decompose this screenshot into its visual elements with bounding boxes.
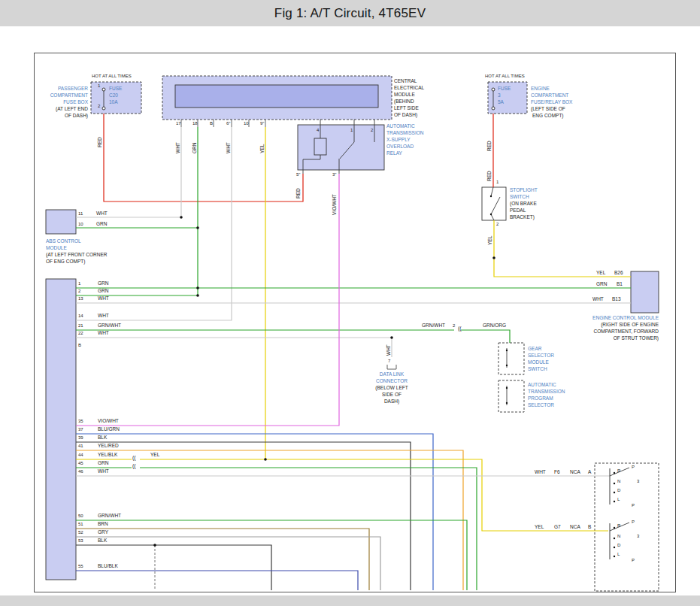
diagram-label: ABS CONTROL [46,239,81,244]
diagram-label: D [617,543,620,547]
diagram-label: BRN [98,522,108,527]
diagram-label: 52 [78,530,83,535]
diagram-label: GRN/WHT [98,323,121,329]
diagram-label: WHT [176,142,181,153]
diagram-label: 35 [78,419,83,423]
diagram-label: FUSE/RELAY BOX [531,100,572,105]
diagram-label: OF STRUT TOWER) [614,336,659,341]
diagram-label: P [632,558,635,562]
diagram-label: C20 [109,93,118,98]
diagram-label: RED [296,188,302,198]
diagram-label: SELECTOR [528,353,554,359]
diagram-label: ENG COMPT) [532,114,564,119]
diagram-label: GRN/ORG [483,323,506,329]
diagram-label: 1 [496,180,498,184]
diagram-label: (AT LEFT END [56,107,88,112]
diagram-label: BRACKET) [510,215,535,220]
diagram-label: RED [487,171,492,181]
diagram-label: YEL [260,144,265,153]
diagram-label: ENGINE [531,86,550,92]
diagram-label: DASH) [384,399,399,405]
diagram-label: (BEHIND [394,99,414,105]
diagram-label: GRN/WHT [98,514,121,519]
diagram-label: FUSE BOX [63,100,88,105]
diagram-label: D [617,488,620,492]
diagram-label: WHT [98,469,109,474]
diagram-label: 3" [332,172,336,177]
diagram-label: PEDAL [510,208,526,214]
diagram-label: BLK [98,538,107,544]
diagram-label: (AT LEFT FRONT CORNER [46,253,108,258]
diagram-label: 10 [78,222,83,226]
diagram-label: 13 [78,296,83,301]
diagram-label: NCA [570,525,580,530]
diagram-label: 2 [496,222,498,226]
diagram-label: YEL/RED [98,444,119,449]
diagram-canvas: HOT AT ALL TIMESPASSENGERCOMPARTMENTFUSE… [34,53,676,592]
diagram-label: B [78,343,81,347]
diagram-label: P [632,465,635,469]
diagram-label: WHT [592,297,604,302]
diagram-label: STOPLIGHT [510,188,538,193]
diagram-label: MODULE [394,92,415,98]
diagram-label: LEFT SIDE [394,106,419,111]
diagram-label: TRANSMISSION [528,389,565,395]
diagram-label: OF ENG COMPT) [46,259,85,265]
diagram-label: (( [132,463,136,468]
diagram-label: SWITCH [510,195,529,200]
diagram-label: 10 [244,121,249,126]
diagram-label: 41 [78,444,83,448]
diagram-label: B26 [614,271,623,276]
diagram-label: GRN [596,282,607,287]
diagram-label: B13 [612,297,621,302]
diagram-label: AUTOMATIC [386,124,415,129]
diagram-label: BLK [98,435,107,441]
diagram-label: PROGRAM [528,396,553,401]
diagram-label: WHT [98,331,109,336]
title-bar: Fig 1: A/T Circuit, 4T65EV [0,0,700,26]
diagram-label: WHT [96,211,108,217]
diagram-label: WHT [98,296,109,301]
diagram-label: 1 [78,281,80,286]
diagram-label: 1 [350,128,353,132]
bottom-bar [0,595,700,606]
diagram-label: 2 [78,289,80,293]
diagram-label: CENTRAL [394,79,417,84]
diagram-label: COMPARTMENT [531,93,568,98]
diagram-label: WHT [535,470,546,475]
diagram-label: OF DASH) [394,113,417,118]
diagram-label: 50 [78,514,83,518]
diagram-label: B [210,121,213,126]
diagram-label: (BELOW LEFT [375,386,408,391]
diagram-label: COMPARTMENT [50,93,88,98]
diagram-label: RED [98,137,103,147]
diagram-label: RED [487,141,492,151]
diagram-label: GRY [98,530,108,535]
diagram-label: CONNECTOR [376,379,408,384]
diagram-label: 39 [78,435,83,440]
diagram-label: 18 [192,121,198,126]
diagram-label: (( [458,326,462,331]
diagram-label: GRN [192,143,198,153]
diagram-label: YEL [488,236,493,245]
diagram-label: PASSENGER [58,86,88,92]
diagram-label: 21 [78,323,83,328]
diagram-label: GRN [98,461,108,466]
diagram-label: MODULE [46,246,67,251]
diagram-label: GRN/WHT [422,323,445,329]
diagram-label: RELAY [386,151,402,156]
diagram-label: COMPARTMENT, FORWARD [594,329,659,335]
diagram-label: P [632,503,635,508]
diagram-label: 55 [78,564,83,568]
diagram-label: OVERLOAD [386,144,414,150]
diagram-label: (( [132,455,136,460]
diagram-labels: HOT AT ALL TIMESPASSENGERCOMPARTMENTFUSE… [35,53,675,592]
diagram-label: NCA [570,470,580,475]
diagram-label: 37 [78,427,83,432]
diagram-label: BLU/GRN [98,427,120,432]
figure-title: Fig 1: A/T Circuit, 4T65EV [274,6,426,21]
diagram-label: (ON BRAKE [510,201,537,207]
diagram-label: B [588,525,591,530]
diagram-label: GRN [98,281,108,286]
diagram-label: YEL [150,453,159,458]
